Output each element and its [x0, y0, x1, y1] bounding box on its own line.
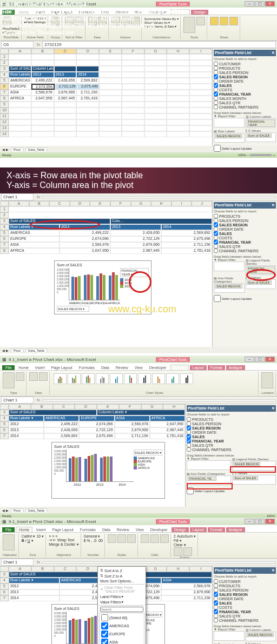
- field-finyear[interactable]: [214, 92, 218, 96]
- delete-icon[interactable]: [150, 534, 159, 543]
- format-table-icon[interactable]: [117, 534, 126, 543]
- field-salesmonth[interactable]: [214, 96, 218, 100]
- close-button[interactable]: ✕: [265, 1, 275, 6]
- select-all-corner[interactable]: [0, 49, 9, 54]
- field-list-title: PivotTable Field List: [215, 51, 252, 55]
- annotation-circle-years: [30, 220, 100, 230]
- cell-styles-icon[interactable]: [127, 534, 136, 543]
- formula-input[interactable]: [42, 196, 276, 198]
- annotation-circle-legend: [129, 271, 151, 293]
- spreadsheet-grid[interactable]: ABCDEFGHIJ 1 2 3Sum of SALESColu… 4Row L…: [0, 201, 212, 347]
- pivot-field-list[interactable]: PivotTable Field List✕ Choose fields to …: [212, 201, 277, 347]
- pivot-field-list[interactable]: PivotTable Field List✕ Choose fields to …: [212, 49, 277, 146]
- zone-rows[interactable]: SALES REGION: [214, 133, 245, 143]
- name-box[interactable]: Chart 1: [1, 193, 34, 200]
- sort-az[interactable]: ⇅ Sort A to Z: [99, 568, 144, 573]
- screenshot-2: Chart 1 fx ABCDEFGHIJ 1 2 3Sum of SALESC…: [0, 193, 277, 355]
- field-salesqtr[interactable]: [214, 100, 218, 105]
- more-sort[interactable]: More Sort Options...: [99, 579, 144, 583]
- filter-popup[interactable]: ⇅ Sort A to Z ⇅ Sort Z to A More Sort Op…: [97, 566, 146, 644]
- watermark: www.cg-ku.com: [108, 304, 176, 315]
- formula-input[interactable]: 2722129: [42, 41, 276, 48]
- sheet-tab-pivot[interactable]: Pivot: [11, 147, 23, 151]
- change-chart-type-icon[interactable]: [3, 372, 15, 388]
- field-salesperson[interactable]: [214, 70, 218, 75]
- annotation-banner: X-axis = Row area in the pivot table Y-a…: [0, 167, 277, 193]
- sheet-tab-data[interactable]: Data_Table: [25, 147, 47, 151]
- zoom-slider[interactable]: [250, 154, 272, 156]
- screenshot-4: ▦9.1_Insert a Pivot Chart.xlsx - Microso…: [0, 518, 277, 644]
- label-filters[interactable]: Label Filters ▸: [99, 594, 144, 599]
- save-template-icon[interactable]: [16, 372, 24, 381]
- tab-design[interactable]: Design: [191, 10, 208, 15]
- field-customer[interactable]: [214, 62, 218, 66]
- annotation-rect-axis: [187, 483, 233, 489]
- select-data-icon[interactable]: [39, 372, 48, 381]
- field-orderdate[interactable]: [214, 79, 218, 83]
- headers-icon[interactable]: [229, 17, 238, 25]
- buttons-icon[interactable]: [220, 17, 228, 25]
- sort-za[interactable]: ⇅ Sort Z to A: [99, 573, 144, 579]
- format-icon[interactable]: [160, 534, 169, 543]
- switch-rowcol-icon[interactable]: [29, 372, 38, 381]
- zone-filter[interactable]: [214, 118, 245, 128]
- insert-icon[interactable]: [141, 534, 149, 543]
- search-input[interactable]: [100, 607, 143, 612]
- field-channel[interactable]: [214, 105, 218, 109]
- find-icon[interactable]: [183, 547, 192, 556]
- name-box[interactable]: C6: [1, 41, 34, 48]
- field-sales[interactable]: [214, 83, 218, 88]
- olap-icon[interactable]: [196, 17, 205, 25]
- defer-checkbox[interactable]: [214, 145, 221, 152]
- close-icon[interactable]: ✕: [272, 51, 275, 55]
- maximize-button[interactable]: ▢: [255, 1, 265, 6]
- field-products[interactable]: [214, 66, 218, 70]
- cond-format-icon[interactable]: [108, 534, 116, 543]
- value-filters[interactable]: Value Filters ▸: [99, 599, 144, 605]
- pivot-chart[interactable]: Sum of SALES 3,500,0003,000,0002,500,000…: [51, 442, 165, 499]
- fieldlist-icon[interactable]: [210, 17, 219, 25]
- fx-icon[interactable]: fx: [35, 42, 42, 47]
- annotation-circle-legend-zone: [246, 269, 276, 281]
- field-salesregion[interactable]: [214, 75, 218, 79]
- annotation-rect-legend: [230, 466, 276, 473]
- sort-filter-icon[interactable]: [174, 547, 182, 556]
- zone-values[interactable]: Sum of SALES: [246, 132, 276, 142]
- clear-filter: ✕ Clear Filter From "SALES REGION": [99, 585, 144, 594]
- field-costs[interactable]: [214, 88, 218, 92]
- formula-bar: C6 fx 2722129: [0, 41, 277, 49]
- chart-style-gallery[interactable]: [52, 372, 256, 385]
- screenshot-3: ▦9.1_Insert a Pivot Chart.xlsx - Microso…: [0, 355, 277, 518]
- minimize-button[interactable]: ─: [245, 1, 254, 6]
- paste-icon[interactable]: [3, 534, 15, 551]
- spreadsheet-grid[interactable]: A B C D E F G H I 1 2 3Sum of SALESColum…: [0, 49, 212, 146]
- status-bar: Ready 100%−+: [0, 152, 277, 158]
- zone-columns[interactable]: FINANCIAL YEAR: [246, 118, 276, 128]
- move-chart-icon[interactable]: [261, 372, 273, 388]
- video-metadata-overlay: File: 001 Insert a Pivot Chart.mp4 Size:…: [0, 0, 190, 37]
